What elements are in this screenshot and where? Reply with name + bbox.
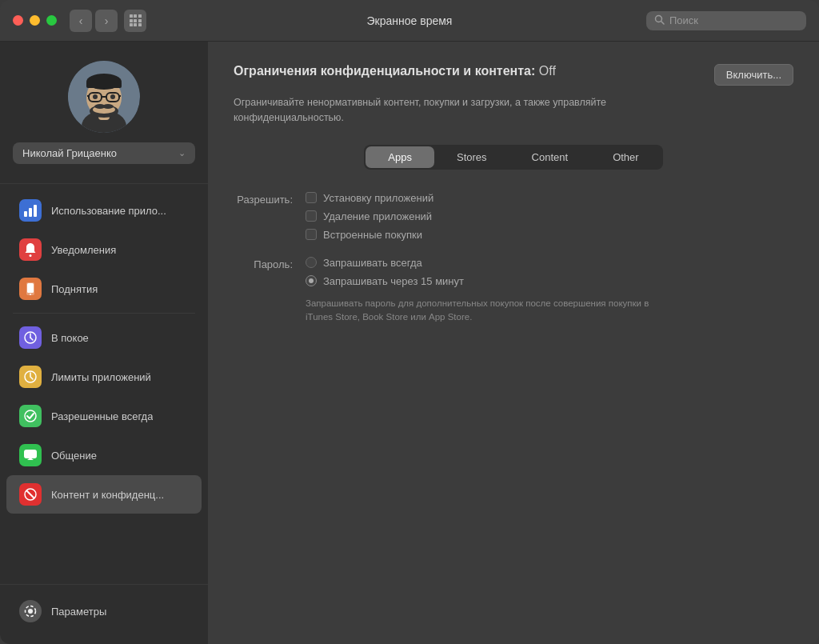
in-app-purchases-label: Встроенные покупки [323, 229, 422, 241]
svg-point-18 [102, 104, 114, 109]
sidebar-icon-communication [19, 444, 42, 466]
password-options: Запрашивать всегда Запрашивать через 15 … [306, 257, 673, 325]
install-apps-row: Установку приложений [306, 192, 433, 204]
password-label: Пароль: [234, 257, 306, 270]
delete-apps-row: Удаление приложений [306, 210, 433, 222]
svg-rect-19 [24, 211, 27, 217]
traffic-lights [13, 15, 57, 26]
sidebar-item-notifications[interactable]: Уведомления [6, 230, 202, 269]
content-title-container: Ограничения конфиденциальности и контент… [234, 64, 556, 78]
nav-buttons: ‹ › [70, 10, 118, 32]
tab-stores[interactable]: Stores [434, 146, 509, 168]
sidebar-label-communication: Общение [51, 450, 97, 462]
sidebar-icon-notifications [19, 238, 42, 261]
minimize-button[interactable] [30, 15, 40, 26]
sidebar-label-pickups: Поднятия [51, 283, 98, 295]
sidebar-icon-parameters [19, 600, 42, 622]
content-subtitle: Ограничивайте ненормативный контент, пок… [234, 95, 681, 126]
sidebar-item-communication[interactable]: Общение [6, 436, 202, 474]
password-section-row: Пароль: Запрашивать всегда Запрашивать ч… [234, 257, 793, 325]
sidebar-icon-pickups [19, 278, 42, 300]
allow-label: Разрешить: [234, 192, 306, 206]
svg-rect-21 [34, 205, 37, 217]
user-name-label: Николай Грицаенко [22, 147, 117, 159]
svg-rect-7 [86, 82, 122, 88]
svg-point-14 [110, 94, 115, 99]
sidebar-icon-content [19, 483, 42, 506]
sidebar-label-content: Контент и конфиденц... [51, 489, 164, 501]
window-title: Экранное время [367, 14, 453, 27]
sidebar-divider-mid [13, 313, 195, 314]
segment-wrapper: Apps Stores Content Other [364, 145, 662, 170]
install-apps-label: Установку приложений [323, 192, 433, 204]
svg-point-25 [30, 294, 31, 295]
tab-apps[interactable]: Apps [366, 146, 434, 168]
user-dropdown[interactable]: Николай Грицаенко ⌄ [13, 142, 195, 164]
allow-section-row: Разрешить: Установку приложений Удаление… [234, 192, 793, 241]
chevron-down-icon: ⌄ [178, 148, 186, 158]
content-title: Ограничения конфиденциальности и контент… [234, 64, 535, 78]
ask-15min-label: Запрашивать через 15 минут [323, 275, 464, 287]
main-window: ‹ › Экранное время [0, 0, 819, 644]
svg-line-1 [661, 21, 664, 23]
grid-view-button[interactable] [124, 10, 146, 32]
svg-rect-20 [29, 208, 32, 217]
sidebar-label-parameters: Параметры [51, 606, 106, 618]
svg-point-13 [93, 94, 98, 99]
segmented-control: Apps Stores Content Other [234, 145, 793, 170]
svg-point-22 [30, 254, 32, 257]
content-header: Ограничения конфиденциальности и контент… [234, 64, 793, 86]
titlebar: ‹ › Экранное время [0, 0, 819, 42]
search-input[interactable] [669, 14, 798, 26]
ask-15min-row: Запрашивать через 15 минут [306, 275, 673, 287]
content-area: Ограничения конфиденциальности и контент… [208, 42, 819, 644]
svg-point-32 [28, 609, 33, 614]
sidebar-label-app-limits: Лимиты приложений [51, 371, 151, 383]
close-button[interactable] [13, 15, 23, 26]
search-bar[interactable] [646, 11, 806, 30]
svg-line-31 [27, 491, 34, 498]
sidebar-icon-app-limits [19, 366, 42, 388]
content-title-status: Off [535, 64, 556, 78]
sidebar-item-parameters[interactable]: Параметры [6, 592, 202, 630]
sidebar-bottom: Параметры [0, 584, 208, 644]
sidebar-item-app-usage[interactable]: Использование прило... [6, 191, 202, 230]
avatar-section: Николай Грицаенко ⌄ [0, 42, 208, 177]
tab-other[interactable]: Other [590, 146, 661, 168]
grid-icon [130, 14, 142, 26]
password-hint: Запрашивать пароль для дополнительных по… [306, 297, 673, 325]
sidebar-item-content[interactable]: Контент и конфиденц... [6, 475, 202, 514]
search-icon [654, 14, 665, 27]
back-button[interactable]: ‹ [70, 10, 92, 32]
in-app-purchases-row: Встроенные покупки [306, 229, 433, 241]
install-apps-checkbox[interactable] [306, 192, 317, 203]
sidebar-item-always-allowed[interactable]: Разрешенные всегда [6, 397, 202, 435]
sidebar-label-downtime: В покое [51, 332, 89, 344]
delete-apps-label: Удаление приложений [323, 210, 432, 222]
sidebar-divider-top [0, 183, 208, 184]
forward-button[interactable]: › [95, 10, 118, 32]
svg-rect-29 [24, 450, 37, 458]
sidebar-item-app-limits[interactable]: Лимиты приложений [6, 358, 202, 396]
tab-content[interactable]: Content [509, 146, 591, 168]
sidebar-items: Использование прило... Уведомления [0, 190, 208, 584]
sidebar-label-always-allowed: Разрешенные всегда [51, 410, 153, 422]
sidebar-icon-app-usage [19, 199, 42, 222]
always-ask-radio[interactable] [306, 257, 317, 268]
in-app-purchases-checkbox[interactable] [306, 229, 317, 240]
delete-apps-checkbox[interactable] [306, 210, 317, 222]
sidebar-label-notifications: Уведомления [51, 244, 116, 256]
sidebar: Николай Грицаенко ⌄ Использование прило.… [0, 42, 208, 644]
sidebar-icon-always-allowed [19, 405, 42, 427]
sidebar-item-pickups[interactable]: Поднятия [6, 270, 202, 308]
svg-rect-24 [27, 283, 34, 293]
sidebar-item-downtime[interactable]: В покое [6, 318, 202, 357]
settings-section: Разрешить: Установку приложений Удаление… [234, 192, 793, 334]
always-ask-row: Запрашивать всегда [306, 257, 673, 269]
always-ask-label: Запрашивать всегда [323, 257, 422, 269]
ask-15min-radio[interactable] [306, 275, 317, 286]
maximize-button[interactable] [46, 15, 57, 26]
enable-button[interactable]: Включить... [714, 64, 793, 86]
avatar [68, 61, 140, 133]
sidebar-label-app-usage: Использование прило... [51, 205, 166, 217]
